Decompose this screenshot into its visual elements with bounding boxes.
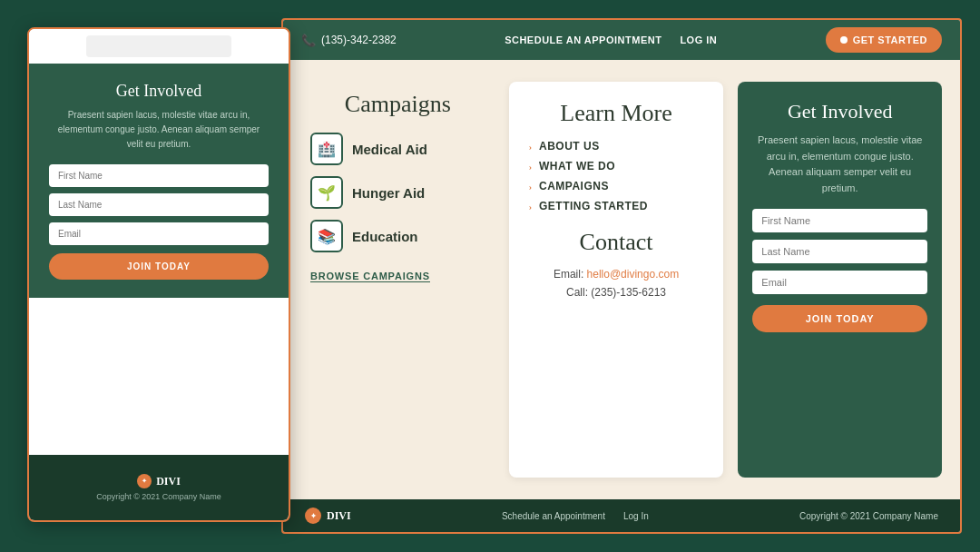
getting-started-label: GETTING STARTED bbox=[539, 200, 648, 212]
chevron-campaigns-icon: › bbox=[529, 182, 532, 192]
email-input[interactable] bbox=[752, 271, 927, 294]
learn-more-title: Learn More bbox=[529, 100, 704, 127]
mobile-get-involved-desc: Praesent sapien lacus, molestie vitae ar… bbox=[49, 108, 269, 152]
campaigns-nav-label: CAMPAIGNS bbox=[539, 180, 609, 192]
mobile-footer-logo-icon: ✦ bbox=[137, 474, 152, 488]
medical-aid-label: Medical Aid bbox=[352, 142, 427, 157]
footer-copyright: Copyright © 2021 Company Name bbox=[799, 511, 938, 521]
mobile-footer-logo-text: DIVI bbox=[156, 475, 181, 488]
mobile-footer-copyright: Copyright © 2021 Company Name bbox=[96, 492, 221, 501]
chevron-about-icon: › bbox=[529, 142, 532, 152]
btn-dot-icon bbox=[840, 36, 848, 44]
campaign-item-education: 📚 Education bbox=[310, 220, 485, 252]
footer-bar: ✦ DIVI Schedule an Appointment Log In Co… bbox=[283, 499, 960, 532]
info-card: Learn More › ABOUT US › WHAT WE DO › CAM… bbox=[509, 82, 724, 478]
campaigns-card: Campaigns 🏥 Medical Aid 🌱 Hunger Aid 📚 E… bbox=[301, 82, 495, 478]
campaign-item-hunger: 🌱 Hunger Aid bbox=[310, 176, 485, 209]
footer-login-link[interactable]: Log In bbox=[623, 511, 649, 521]
header-nav: SCHEDULE AN APPOINTMENT LOG IN bbox=[505, 34, 717, 45]
get-started-button[interactable]: GET STARTED bbox=[826, 27, 942, 53]
campaign-item-medical: 🏥 Medical Aid bbox=[310, 133, 485, 165]
footer-nav: Schedule an Appointment Log In bbox=[502, 511, 649, 521]
footer-logo-icon: ✦ bbox=[305, 508, 321, 524]
footer-schedule-link[interactable]: Schedule an Appointment bbox=[502, 511, 605, 521]
chevron-what-icon: › bbox=[529, 162, 532, 172]
get-involved-card: Get Involved Praesent sapien lacus, mole… bbox=[738, 82, 942, 478]
login-link[interactable]: LOG IN bbox=[680, 34, 717, 45]
education-icon: 📚 bbox=[310, 220, 343, 252]
mobile-top-bar bbox=[29, 29, 289, 64]
nav-getting-started[interactable]: › GETTING STARTED bbox=[529, 200, 704, 212]
what-we-do-label: WHAT WE DO bbox=[539, 160, 615, 172]
contact-email-value[interactable]: hello@divingo.com bbox=[587, 268, 680, 281]
nav-about-us[interactable]: › ABOUT US bbox=[529, 140, 704, 153]
mobile-preview: Get Involved Praesent sapien lacus, mole… bbox=[27, 27, 290, 522]
phone-icon: 📞 bbox=[301, 34, 316, 47]
header-phone-number: (135)-342-2382 bbox=[321, 34, 397, 46]
mobile-get-involved-title: Get Involved bbox=[49, 82, 269, 101]
education-label: Education bbox=[352, 229, 418, 244]
header-bar: 📞 (135)-342-2382 SCHEDULE AN APPOINTMENT… bbox=[283, 20, 960, 60]
last-name-input[interactable] bbox=[752, 240, 927, 263]
mobile-get-involved-section: Get Involved Praesent sapien lacus, mole… bbox=[29, 64, 289, 298]
contact-title: Contact bbox=[529, 229, 704, 256]
mobile-search-bar bbox=[86, 35, 231, 57]
mobile-first-name-input[interactable] bbox=[49, 164, 269, 187]
footer-logo-text: DIVI bbox=[327, 509, 351, 523]
get-involved-desc: Praesent sapien lacus, molestie vitae ar… bbox=[752, 133, 927, 196]
contact-email-line: Email: hello@divingo.com bbox=[529, 265, 704, 283]
mobile-email-input[interactable] bbox=[49, 222, 269, 245]
mobile-footer: ✦ DIVI Copyright © 2021 Company Name bbox=[29, 455, 289, 520]
campaigns-title: Campaigns bbox=[310, 91, 485, 118]
mobile-footer-logo: ✦ DIVI bbox=[137, 474, 181, 488]
medical-aid-icon: 🏥 bbox=[310, 133, 343, 165]
contact-call-line: Call: (235)-135-6213 bbox=[529, 283, 704, 301]
get-started-label: GET STARTED bbox=[853, 34, 927, 45]
nav-what-we-do[interactable]: › WHAT WE DO bbox=[529, 160, 704, 172]
hunger-aid-label: Hunger Aid bbox=[352, 185, 425, 201]
hunger-aid-icon: 🌱 bbox=[310, 176, 343, 209]
mobile-last-name-input[interactable] bbox=[49, 193, 269, 216]
get-involved-title: Get Involved bbox=[752, 100, 927, 123]
main-content: Campaigns 🏥 Medical Aid 🌱 Hunger Aid 📚 E… bbox=[283, 60, 960, 499]
contact-email-label: Email: bbox=[554, 268, 583, 281]
join-today-button[interactable]: JOIN TODAY bbox=[752, 305, 927, 332]
header-phone: 📞 (135)-342-2382 bbox=[301, 34, 397, 47]
main-website: 📞 (135)-342-2382 SCHEDULE AN APPOINTMENT… bbox=[281, 18, 962, 534]
schedule-link[interactable]: SCHEDULE AN APPOINTMENT bbox=[505, 34, 662, 45]
first-name-input[interactable] bbox=[752, 209, 927, 232]
chevron-started-icon: › bbox=[529, 202, 532, 212]
mobile-join-button[interactable]: JOIN TODAY bbox=[49, 253, 269, 280]
nav-campaigns[interactable]: › CAMPAIGNS bbox=[529, 180, 704, 192]
about-us-label: ABOUT US bbox=[539, 140, 600, 153]
browse-campaigns-link[interactable]: BROWSE CAMPAIGNS bbox=[310, 271, 430, 282]
footer-logo: ✦ DIVI bbox=[305, 508, 351, 524]
contact-section: Contact Email: hello@divingo.com Call: (… bbox=[529, 229, 704, 302]
